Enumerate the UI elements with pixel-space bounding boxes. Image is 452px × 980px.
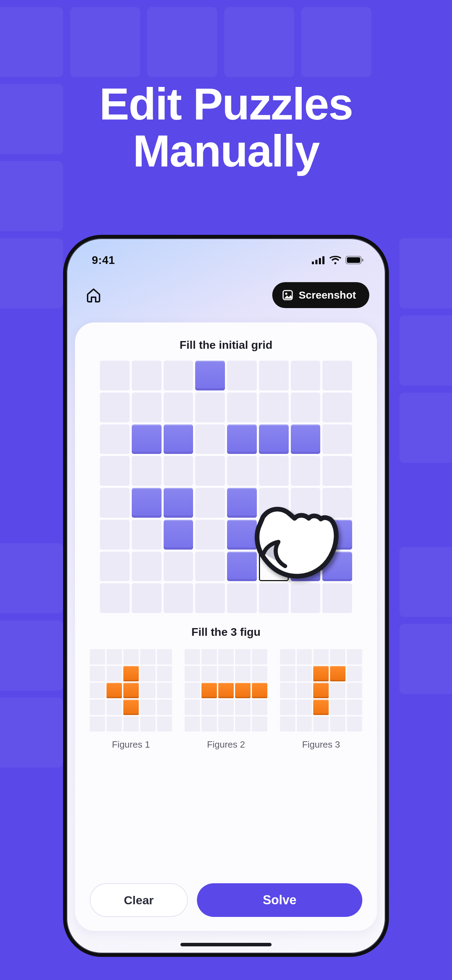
figure-cell[interactable] xyxy=(157,666,172,681)
figure-cell[interactable] xyxy=(313,700,329,715)
figure-cell[interactable] xyxy=(123,649,139,665)
home-button[interactable] xyxy=(83,284,104,306)
figure-cell[interactable] xyxy=(185,666,200,681)
figure-cell[interactable] xyxy=(218,666,234,681)
grid-cell[interactable] xyxy=(259,583,289,613)
figure-cell[interactable] xyxy=(218,716,234,732)
figure-cell[interactable] xyxy=(185,700,200,715)
figure-cell[interactable] xyxy=(330,716,345,732)
grid-cell[interactable] xyxy=(291,488,321,518)
figure-cell[interactable] xyxy=(140,700,156,715)
grid-cell[interactable] xyxy=(132,425,162,454)
figure-slot-3[interactable]: Figures 3 xyxy=(280,649,362,750)
main-grid[interactable] xyxy=(100,361,352,613)
grid-cell[interactable] xyxy=(100,583,130,613)
grid-cell[interactable] xyxy=(132,520,162,550)
grid-cell[interactable] xyxy=(259,361,289,390)
figure-cell[interactable] xyxy=(107,649,122,665)
figure-cell[interactable] xyxy=(347,716,362,732)
grid-cell[interactable] xyxy=(291,583,321,613)
figure-cell[interactable] xyxy=(157,716,172,732)
grid-cell[interactable] xyxy=(195,583,225,613)
figure-cell[interactable] xyxy=(297,700,312,715)
grid-cell[interactable] xyxy=(227,488,257,518)
grid-cell[interactable] xyxy=(291,393,321,422)
grid-cell[interactable] xyxy=(259,393,289,422)
grid-cell[interactable] xyxy=(195,552,225,581)
figure-cell[interactable] xyxy=(280,649,295,665)
figure-cell[interactable] xyxy=(330,649,345,665)
figure-cell[interactable] xyxy=(123,700,139,715)
figure-cell[interactable] xyxy=(297,666,312,681)
figure-cell[interactable] xyxy=(202,700,217,715)
figure-cell[interactable] xyxy=(185,716,200,732)
grid-cell[interactable] xyxy=(227,456,257,486)
grid-cell[interactable] xyxy=(322,361,352,390)
grid-cell[interactable] xyxy=(100,552,130,581)
figure-cell[interactable] xyxy=(313,649,329,665)
grid-cell[interactable] xyxy=(164,456,193,486)
grid-cell[interactable] xyxy=(322,425,352,454)
figure-cell[interactable] xyxy=(280,700,295,715)
grid-cell[interactable] xyxy=(100,361,130,390)
grid-cell[interactable] xyxy=(132,552,162,581)
figure-cell[interactable] xyxy=(107,666,122,681)
figure-cell[interactable] xyxy=(157,683,172,698)
figure-cell[interactable] xyxy=(140,683,156,698)
figure-cell[interactable] xyxy=(140,666,156,681)
grid-cell[interactable] xyxy=(195,520,225,550)
figure-cell[interactable] xyxy=(330,666,345,681)
grid-cell[interactable] xyxy=(164,520,193,550)
grid-cell[interactable] xyxy=(291,552,321,581)
grid-cell[interactable] xyxy=(227,552,257,581)
figure-cell[interactable] xyxy=(90,700,105,715)
grid-cell[interactable] xyxy=(259,488,289,518)
grid-cell[interactable] xyxy=(291,456,321,486)
grid-cell[interactable] xyxy=(164,393,193,422)
figure-cell[interactable] xyxy=(330,683,345,698)
grid-cell[interactable] xyxy=(227,393,257,422)
grid-cell[interactable] xyxy=(164,425,193,454)
grid-cell[interactable] xyxy=(132,393,162,422)
figure-cell[interactable] xyxy=(90,716,105,732)
figure-cell[interactable] xyxy=(235,700,250,715)
figure-cell[interactable] xyxy=(297,716,312,732)
screenshot-button[interactable]: Screenshot xyxy=(272,282,369,308)
figure-cell[interactable] xyxy=(235,716,250,732)
grid-cell[interactable] xyxy=(259,456,289,486)
figure-cell[interactable] xyxy=(347,683,362,698)
figure-cell[interactable] xyxy=(280,716,295,732)
grid-cell[interactable] xyxy=(291,361,321,390)
grid-cell[interactable] xyxy=(164,552,193,581)
figure-cell[interactable] xyxy=(123,683,139,698)
grid-cell[interactable] xyxy=(100,393,130,422)
grid-cell[interactable] xyxy=(322,456,352,486)
figure-cell[interactable] xyxy=(218,700,234,715)
figure-cell[interactable] xyxy=(297,683,312,698)
grid-cell[interactable] xyxy=(259,552,289,581)
grid-cell[interactable] xyxy=(164,488,193,518)
figure-cell[interactable] xyxy=(347,649,362,665)
figure-cell[interactable] xyxy=(185,649,200,665)
figure-cell[interactable] xyxy=(107,716,122,732)
figure-cell[interactable] xyxy=(235,666,250,681)
grid-cell[interactable] xyxy=(291,425,321,454)
figure-cell[interactable] xyxy=(107,683,122,698)
figure-cell[interactable] xyxy=(347,666,362,681)
grid-cell[interactable] xyxy=(322,520,352,550)
figure-cell[interactable] xyxy=(90,649,105,665)
figure-slot-2[interactable]: Figures 2 xyxy=(185,649,267,750)
figure-cell[interactable] xyxy=(90,666,105,681)
figure-cell[interactable] xyxy=(123,716,139,732)
figure-cell[interactable] xyxy=(185,683,200,698)
figure-cell[interactable] xyxy=(252,683,267,698)
figure-cell[interactable] xyxy=(140,716,156,732)
figure-cell[interactable] xyxy=(90,683,105,698)
figure-slot-1[interactable]: Figures 1 xyxy=(90,649,172,750)
grid-cell[interactable] xyxy=(132,488,162,518)
figure-cell[interactable] xyxy=(235,649,250,665)
grid-cell[interactable] xyxy=(132,456,162,486)
figure-cell[interactable] xyxy=(202,716,217,732)
grid-cell[interactable] xyxy=(195,488,225,518)
figure-cell[interactable] xyxy=(202,683,217,698)
